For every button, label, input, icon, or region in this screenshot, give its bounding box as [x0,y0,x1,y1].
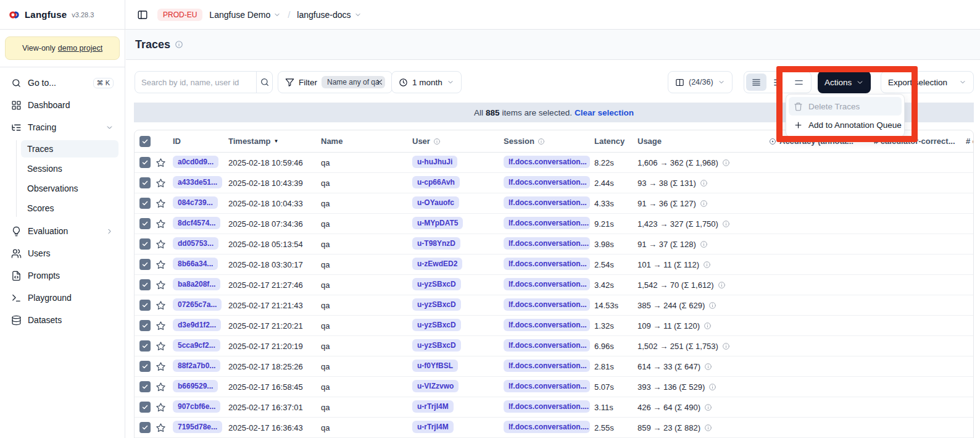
row-checkbox[interactable] [139,300,151,311]
row-checkbox[interactable] [139,238,151,250]
project-selector[interactable]: langfuse-docs [297,10,361,20]
menu-item-delete-traces[interactable]: Delete Traces [789,97,902,116]
sidebar-item-playground[interactable]: Playground [6,288,118,307]
session-pill[interactable]: lf.docs.conversation... [504,176,590,188]
sidebar-item-prompts[interactable]: Prompts [6,266,118,285]
info-icon[interactable] [700,200,708,208]
table-row[interactable]: b669529... 2025-02-17 16:58:45 qa u-VIZz… [135,377,973,397]
col-header-session[interactable]: Session [504,137,594,146]
menu-item-add-to-annotation-queue[interactable]: Add to Annotation Queue [789,116,902,134]
sidebar-item-goto[interactable]: Go to... ⌘ K [6,74,118,92]
session-pill[interactable]: lf.docs.conversation... [504,258,590,270]
star-icon[interactable] [156,158,173,168]
row-height-small-button[interactable] [746,74,766,91]
trace-id-pill[interactable]: a0cd0d9... [173,156,218,168]
row-checkbox[interactable] [139,218,151,229]
trace-id-pill[interactable]: ba8a208f... [173,278,220,290]
user-pill[interactable]: u-VIZzvwo [412,380,459,392]
trace-id-pill[interactable]: 7195d78e... [173,421,222,433]
trace-id-pill[interactable]: b669529... [173,380,218,392]
session-pill[interactable]: lf.docs.conversation... [504,278,590,290]
search-input[interactable] [135,72,256,93]
sidebar-toggle-button[interactable] [135,7,151,23]
star-icon[interactable] [156,198,173,209]
search-icon[interactable] [256,72,272,93]
star-icon[interactable] [156,300,173,311]
column-visibility-button[interactable]: (24/36) [668,71,733,93]
row-height-large-button[interactable] [789,74,809,91]
trace-id-pill[interactable]: dd05753... [173,237,218,250]
table-row[interactable]: ba8a208f... 2025-02-17 21:27:46 qa u-yzS… [135,275,973,295]
col-header-calculator-correct[interactable]: # calculator-correct... [874,137,966,146]
row-checkbox[interactable] [139,198,151,209]
user-pill[interactable]: u-huJhuJi [412,156,457,168]
user-pill[interactable]: u-OYauofc [412,196,459,209]
sidebar-item-datasets[interactable]: Datasets [6,311,118,329]
row-checkbox[interactable] [139,177,151,188]
star-icon[interactable] [156,239,173,250]
user-pill[interactable]: u-yzSBxcD [412,339,461,352]
clear-filter-button[interactable] [372,75,387,90]
user-pill[interactable]: u-yzSBxcD [412,278,461,290]
trace-id-pill[interactable]: d3e9d1f2... [173,319,221,331]
user-pill[interactable]: u-yzSBxcD [412,298,461,311]
session-pill[interactable]: lf.docs.conversation... [504,298,590,311]
table-row[interactable]: a433de51... 2025-02-18 10:43:39 qa u-cp6… [135,173,973,193]
row-checkbox[interactable] [139,422,151,433]
col-header-id[interactable]: ID [173,137,228,146]
sidebar-item-traces[interactable]: Traces [21,140,118,158]
trace-id-pill[interactable]: a433de51... [173,176,222,188]
info-icon[interactable] [700,240,708,248]
sidebar-item-evaluation[interactable]: Evaluation [6,222,118,240]
trace-id-pill[interactable]: 8dcf4574... [173,217,220,229]
trace-id-pill[interactable]: 084c739... [173,196,218,209]
sidebar-item-scores[interactable]: Scores [21,200,118,217]
export-selection-button[interactable]: Export selection [881,71,974,93]
star-icon[interactable] [156,361,173,372]
table-row[interactable]: 88f2a7b0... 2025-02-17 18:25:26 qa u-f0Y… [135,356,973,377]
session-pill[interactable]: lf.docs.conversation.... [504,400,590,413]
star-icon[interactable] [156,219,173,229]
row-height-medium-button[interactable] [768,74,788,91]
session-pill[interactable]: lf.docs.conversation... [504,196,590,209]
actions-button[interactable]: Actions [818,71,871,93]
info-icon[interactable] [704,403,712,411]
session-pill[interactable]: lf.docs.conversation.... [504,421,590,433]
user-pill[interactable]: u-rTrjI4M [412,400,454,413]
table-row[interactable]: 7195d78e... 2025-02-17 16:36:43 qa u-rTr… [135,418,973,438]
row-checkbox[interactable] [139,279,151,290]
row-checkbox[interactable] [139,381,151,392]
trace-id-pill[interactable]: 07265c7a... [173,298,222,311]
info-icon[interactable] [175,40,183,49]
col-header-latency[interactable]: Latency [594,137,637,146]
sidebar-item-tracing[interactable]: Tracing [6,118,118,137]
session-pill[interactable]: lf.docs.conversation... [504,156,590,168]
row-checkbox[interactable] [139,361,151,372]
user-pill[interactable]: u-f0YfBSL [412,360,458,372]
sidebar-item-users[interactable]: Users [6,244,118,263]
time-range-button[interactable]: 1 month [391,71,462,93]
user-pill[interactable]: u-cp66Avh [412,176,460,188]
row-checkbox[interactable] [139,157,151,168]
star-icon[interactable] [156,259,173,270]
trace-id-pill[interactable]: 8b66a34... [173,258,218,270]
table-row[interactable]: 907cbf6e... 2025-02-17 16:37:01 qa u-rTr… [135,397,973,418]
session-pill[interactable]: lf.docs.conversation.... [504,237,590,250]
user-pill[interactable]: u-T98YnzD [412,237,460,250]
star-icon[interactable] [156,321,173,331]
table-row[interactable]: 8dcf4574... 2025-02-18 07:34:36 qa u-MYp… [135,214,973,234]
info-icon[interactable] [704,363,712,371]
sidebar-item-dashboard[interactable]: Dashboard [6,96,118,114]
user-pill[interactable]: u-rTrjI4M [412,421,454,433]
star-icon[interactable] [156,382,173,392]
col-header-c[interactable]: # c [966,137,974,146]
col-header-name[interactable]: Name [321,137,412,146]
info-icon[interactable] [708,383,716,391]
info-icon[interactable] [704,424,712,432]
org-selector[interactable]: Langfuse Demo [209,10,281,20]
star-icon[interactable] [156,423,173,433]
info-icon[interactable] [722,159,730,167]
table-row[interactable]: dd05753... 2025-02-18 05:13:54 qa u-T98Y… [135,234,973,255]
star-icon[interactable] [156,402,173,413]
session-pill[interactable]: lf.docs.conversation... [504,319,590,331]
